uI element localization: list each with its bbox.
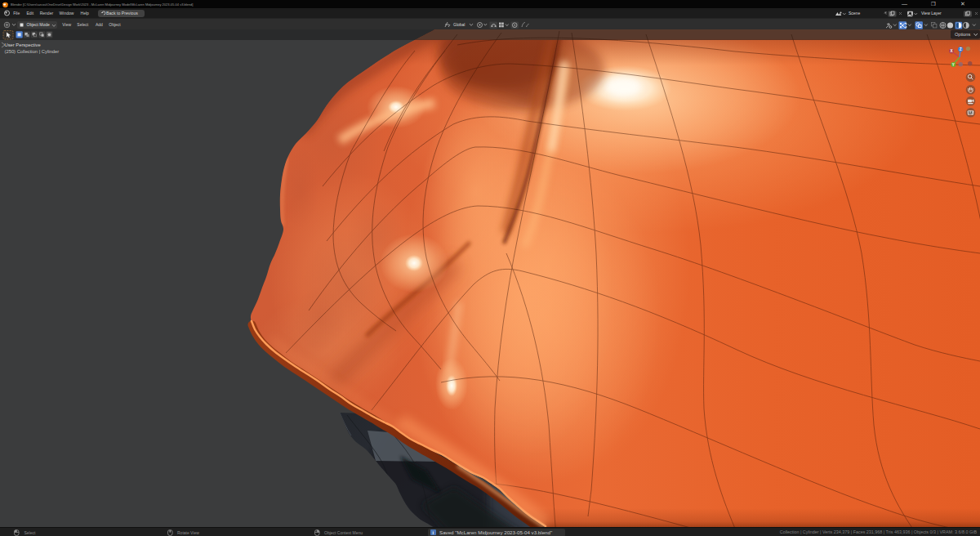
svg-text:Z: Z	[960, 47, 962, 51]
svg-text:Y: Y	[952, 63, 955, 67]
svg-text:User Perspective: User Perspective	[5, 42, 41, 47]
svg-text:Options: Options	[955, 32, 970, 37]
svg-text:(250) Collection | Cylinder: (250) Collection | Cylinder	[5, 49, 60, 54]
